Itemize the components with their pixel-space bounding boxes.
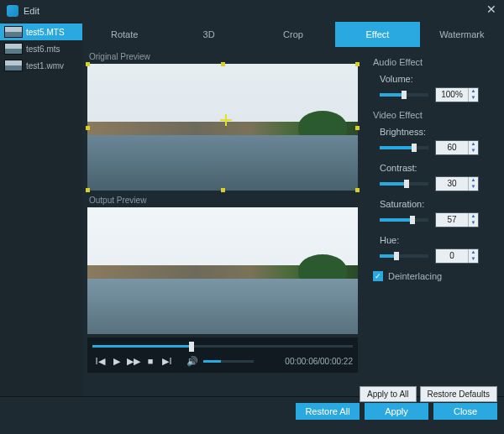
contrast-spinner[interactable]: 30▲▼ <box>435 176 479 191</box>
tab-crop[interactable]: Crop <box>251 22 335 47</box>
resize-handle[interactable] <box>86 126 90 130</box>
contrast-slider[interactable] <box>380 182 428 186</box>
resize-handle[interactable] <box>221 188 225 192</box>
resize-handle[interactable] <box>355 62 360 66</box>
close-icon[interactable]: ✕ <box>486 5 497 17</box>
spin-down-icon[interactable]: ▼ <box>469 148 478 154</box>
app-logo-icon <box>7 5 18 17</box>
step-fwd-button[interactable]: ▶▶ <box>126 354 141 368</box>
file-label: test1.wmv <box>26 61 64 71</box>
tab-watermark[interactable]: Watermark <box>420 22 504 47</box>
tab-bar: Rotate 3D Crop Effect Watermark <box>82 22 504 47</box>
hue-slider[interactable] <box>380 254 428 258</box>
output-preview-label: Output Preview <box>89 196 358 205</box>
volume-icon[interactable]: 🔊 <box>185 354 200 368</box>
seek-slider[interactable] <box>92 342 353 349</box>
volume-slider[interactable] <box>203 360 254 363</box>
contrast-label: Contrast: <box>380 163 496 173</box>
saturation-slider[interactable] <box>380 218 428 222</box>
original-preview[interactable] <box>87 64 358 191</box>
file-thumb-icon <box>4 26 23 38</box>
effects-panel: Audio Effect Volume: 100% ▲▼ Video Effec… <box>363 47 504 396</box>
tab-rotate[interactable]: Rotate <box>82 22 166 47</box>
spin-up-icon[interactable]: ▲ <box>469 249 478 256</box>
prev-button[interactable]: I◀ <box>92 354 108 368</box>
spin-up-icon[interactable]: ▲ <box>469 177 478 184</box>
hue-spinner[interactable]: 0▲▼ <box>435 248 479 264</box>
file-item-1[interactable]: test6.mts <box>0 40 82 57</box>
file-label: test6.mts <box>26 44 60 54</box>
resize-handle[interactable] <box>221 62 225 66</box>
restore-defaults-button[interactable]: Restore Defaults <box>420 386 497 402</box>
original-preview-label: Original Preview <box>89 52 358 61</box>
saturation-label: Saturation: <box>380 199 496 209</box>
spin-down-icon[interactable]: ▼ <box>469 95 478 102</box>
brightness-slider[interactable] <box>380 146 428 149</box>
check-icon: ✓ <box>373 271 383 281</box>
file-item-0[interactable]: test5.MTS <box>0 24 82 40</box>
output-preview <box>87 207 358 334</box>
resize-handle[interactable] <box>355 126 360 130</box>
stop-button[interactable]: ■ <box>143 354 158 368</box>
saturation-spinner[interactable]: 57▲▼ <box>435 212 479 227</box>
spin-down-icon[interactable]: ▼ <box>469 256 478 263</box>
deinterlacing-label: Deinterlacing <box>388 271 442 281</box>
video-effect-heading: Video Effect <box>373 110 496 120</box>
crosshair-icon <box>220 114 232 126</box>
file-item-2[interactable]: test1.wmv <box>0 57 82 74</box>
window-title: Edit <box>24 6 486 16</box>
time-display: 00:00:06/00:00:22 <box>285 357 353 366</box>
hue-label: Hue: <box>380 235 496 245</box>
spin-down-icon[interactable]: ▼ <box>469 220 478 227</box>
transport-bar: I◀ ▶ ▶▶ ■ ▶I 🔊 00:00:06/00:00:22 <box>87 337 358 373</box>
file-sidebar: test5.MTS test6.mts test1.wmv <box>0 22 82 396</box>
play-button[interactable]: ▶ <box>109 354 124 368</box>
volume-label: Volume: <box>380 74 496 84</box>
spin-up-icon[interactable]: ▲ <box>469 141 478 148</box>
resize-handle[interactable] <box>86 188 90 192</box>
title-bar: Edit ✕ <box>0 0 504 22</box>
next-button[interactable]: ▶I <box>160 354 175 368</box>
close-button[interactable]: Close <box>433 403 497 420</box>
volume-slider[interactable] <box>380 93 428 97</box>
tab-effect[interactable]: Effect <box>335 22 419 47</box>
resize-handle[interactable] <box>86 62 90 66</box>
brightness-label: Brightness: <box>380 127 496 137</box>
tab-3d[interactable]: 3D <box>166 22 250 47</box>
file-label: test5.MTS <box>26 28 65 37</box>
file-thumb-icon <box>4 60 23 71</box>
apply-to-all-button[interactable]: Apply to All <box>360 386 416 402</box>
spin-up-icon[interactable]: ▲ <box>469 213 478 220</box>
brightness-spinner[interactable]: 60▲▼ <box>435 140 479 155</box>
resize-handle[interactable] <box>355 188 360 192</box>
volume-spinner[interactable]: 100% ▲▼ <box>435 87 479 102</box>
apply-button[interactable]: Apply <box>365 403 428 420</box>
deinterlacing-checkbox[interactable]: ✓ Deinterlacing <box>373 271 496 281</box>
spin-down-icon[interactable]: ▼ <box>469 184 478 191</box>
audio-effect-heading: Audio Effect <box>373 57 496 67</box>
spin-up-icon[interactable]: ▲ <box>469 88 478 95</box>
file-thumb-icon <box>4 43 23 55</box>
restore-all-button[interactable]: Restore All <box>296 403 360 420</box>
